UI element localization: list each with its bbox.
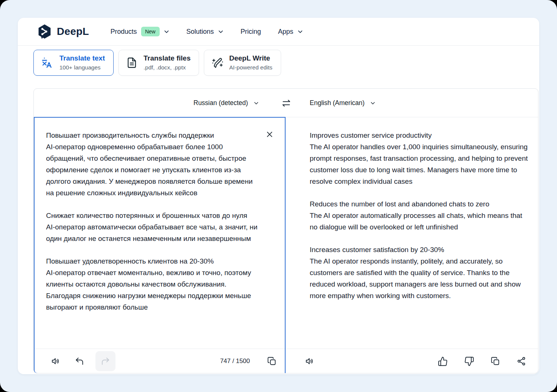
- nav-item-pricing[interactable]: Pricing: [241, 28, 261, 36]
- listen-target-button[interactable]: [305, 356, 315, 366]
- nav-item-apps[interactable]: Apps: [278, 28, 303, 36]
- target-paragraph: Increases customer satisfaction by 20-30…: [310, 244, 529, 301]
- nav-menu: Products New Solutions Pricing Apps: [111, 27, 303, 36]
- deepl-logo-icon: [37, 24, 52, 39]
- chevron-down-icon: [218, 29, 224, 35]
- copy-source-button[interactable]: [267, 356, 277, 366]
- main-card: DeepL Products New Solutions Pr: [18, 18, 539, 374]
- target-language-selector[interactable]: English (American): [310, 89, 375, 117]
- tab-deepl-write[interactable]: DeepL Write AI-powered edits: [204, 50, 281, 76]
- nav-item-solutions[interactable]: Solutions: [186, 28, 224, 36]
- page-background: DeepL Products New Solutions Pr: [0, 0, 557, 392]
- thumbs-down-button[interactable]: [464, 356, 474, 366]
- translate-glyph-icon: [40, 56, 54, 69]
- target-language-label: English (American): [310, 99, 365, 107]
- tab-title: Translate text: [59, 54, 105, 63]
- source-paragraph: Снижает количество потерянных и брошенны…: [46, 210, 261, 244]
- character-counter: 747 / 1500: [220, 357, 250, 365]
- new-badge: New: [141, 27, 160, 36]
- source-paragraph: Повышает удовлетворенность клиентов на 2…: [46, 255, 261, 313]
- nav-products-label: Products: [111, 28, 137, 36]
- listen-source-button[interactable]: [51, 356, 61, 366]
- target-paragraph: Improves customer service productivity T…: [310, 130, 529, 187]
- source-toolbar: 747 / 1500: [34, 349, 286, 373]
- source-language-selector[interactable]: Russian (detected): [193, 89, 259, 117]
- target-paragraph: Reduces the number of lost and abandoned…: [310, 198, 529, 233]
- copy-target-button[interactable]: [491, 356, 500, 366]
- share-button[interactable]: [517, 356, 526, 366]
- tab-subtitle: 100+ languages: [59, 64, 105, 71]
- target-toolbar: [286, 349, 538, 373]
- tab-subtitle: .pdf, .docx, .pptx: [144, 64, 191, 71]
- tab-translate-files[interactable]: Translate files .pdf, .docx, .pptx: [118, 50, 199, 76]
- translator-panel: Russian (detected) English (American): [33, 88, 538, 373]
- top-navigation: DeepL Products New Solutions Pr: [18, 18, 539, 46]
- file-document-icon: [126, 56, 138, 69]
- nav-solutions-label: Solutions: [186, 28, 214, 36]
- clear-source-button[interactable]: [262, 127, 277, 142]
- deepl-logo[interactable]: DeepL: [37, 24, 89, 39]
- deepl-translator-page: { "brand": { "name": "DeepL" }, "nav": {…: [0, 0, 557, 392]
- pen-sparkles-icon: [211, 56, 224, 69]
- thumbs-up-button[interactable]: [438, 356, 448, 366]
- nav-apps-label: Apps: [278, 28, 293, 36]
- target-text-output: Improves customer service productivity T…: [310, 130, 529, 348]
- undo-button[interactable]: [75, 356, 84, 366]
- nav-pricing-label: Pricing: [241, 28, 261, 36]
- source-text-editor[interactable]: Повышает производительность службы подде…: [46, 130, 261, 348]
- mode-tabs: Translate text 100+ languages Translate …: [33, 50, 281, 76]
- redo-button[interactable]: [95, 351, 115, 371]
- nav-item-products[interactable]: Products New: [111, 27, 169, 36]
- chevron-down-icon: [254, 101, 259, 106]
- tab-translate-text[interactable]: Translate text 100+ languages: [33, 50, 114, 76]
- chevron-down-icon: [370, 101, 375, 106]
- brand-name: DeepL: [57, 26, 89, 37]
- language-bar: Russian (detected) English (American): [34, 89, 538, 117]
- source-paragraph: Повышает производительность службы подде…: [46, 130, 261, 199]
- chevron-down-icon: [164, 29, 169, 35]
- tab-title: Translate files: [144, 54, 191, 63]
- source-language-label: Russian (detected): [193, 99, 248, 107]
- tab-subtitle: AI-powered edits: [229, 64, 272, 71]
- swap-languages-button[interactable]: [279, 89, 294, 117]
- chevron-down-icon: [297, 29, 303, 35]
- tab-title: DeepL Write: [229, 54, 272, 63]
